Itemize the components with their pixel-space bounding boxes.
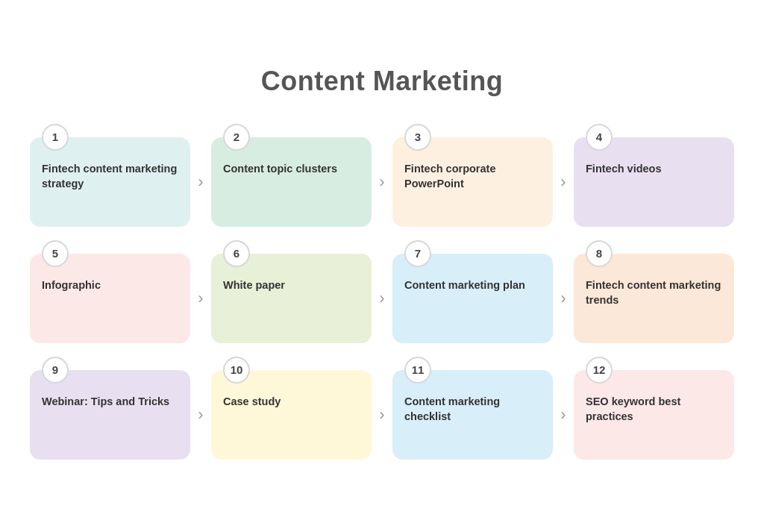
card-number-1: 1 (42, 124, 69, 151)
arrow-3: › (553, 137, 574, 227)
card-number-11: 11 (404, 357, 431, 384)
card-number-6: 6 (223, 240, 250, 267)
card-label-8: Fintech content marketing trends (586, 278, 722, 308)
card-number-7: 7 (404, 240, 431, 267)
arrow-9: › (190, 370, 211, 460)
arrow-5: › (190, 254, 211, 343)
card-label-9: Webinar: Tips and Tricks (42, 394, 178, 409)
card-number-12: 12 (586, 357, 613, 384)
card-10: 10Case study (211, 370, 372, 460)
card-4: 4Fintech videos (574, 137, 734, 227)
arrow-7: › (553, 254, 574, 343)
card-number-3: 3 (404, 124, 431, 151)
cell-wrapper-10: 10Case study (211, 357, 372, 460)
page-title: Content Marketing (30, 66, 734, 97)
cell-wrapper-5: 5Infographic (30, 240, 190, 343)
cell-wrapper-7: 7Content marketing plan (392, 240, 553, 343)
card-5: 5Infographic (30, 254, 190, 343)
card-label-5: Infographic (42, 278, 178, 292)
card-label-3: Fintech corporate PowerPoint (404, 161, 541, 192)
card-label-6: White paper (223, 278, 360, 292)
card-6: 6White paper (211, 254, 372, 343)
card-number-8: 8 (586, 240, 613, 267)
card-number-4: 4 (586, 124, 613, 151)
card-number-5: 5 (42, 240, 69, 267)
cell-wrapper-9: 9Webinar: Tips and Tricks (30, 357, 190, 460)
arrow-6: › (372, 254, 392, 343)
cell-wrapper-12: 12SEO keyword best practices (574, 357, 734, 460)
cell-wrapper-4: 4Fintech videos (574, 124, 734, 227)
cell-wrapper-3: 3Fintech corporate PowerPoint (392, 124, 553, 227)
card-8: 8Fintech content marketing trends (574, 254, 734, 343)
grid-container: 1Fintech content marketing strategy›2Con… (30, 124, 734, 460)
card-number-10: 10 (223, 357, 250, 384)
arrow-1: › (190, 137, 211, 227)
card-12: 12SEO keyword best practices (574, 370, 734, 460)
arrow-2: › (372, 137, 392, 227)
cell-wrapper-2: 2Content topic clusters (211, 124, 372, 227)
card-label-12: SEO keyword best practices (586, 394, 722, 425)
card-label-4: Fintech videos (586, 161, 722, 176)
card-9: 9Webinar: Tips and Tricks (30, 370, 190, 460)
arrow-10: › (372, 370, 392, 460)
card-label-11: Content marketing checklist (404, 394, 541, 425)
card-label-2: Content topic clusters (223, 161, 360, 176)
card-label-1: Fintech content marketing strategy (42, 161, 178, 192)
card-label-7: Content marketing plan (404, 278, 541, 292)
grid-row-3: 9Webinar: Tips and Tricks›10Case study›1… (30, 357, 734, 460)
grid-row-1: 1Fintech content marketing strategy›2Con… (30, 124, 734, 227)
grid-row-2: 5Infographic›6White paper›7Content marke… (30, 240, 734, 343)
card-number-2: 2 (223, 124, 250, 151)
card-2: 2Content topic clusters (211, 137, 372, 227)
card-7: 7Content marketing plan (392, 254, 553, 343)
arrow-11: › (553, 370, 574, 460)
card-3: 3Fintech corporate PowerPoint (392, 137, 553, 227)
cell-wrapper-8: 8Fintech content marketing trends (574, 240, 734, 343)
card-11: 11Content marketing checklist (392, 370, 553, 460)
page-wrapper: Content Marketing 1Fintech content marke… (0, 43, 764, 489)
card-number-9: 9 (42, 357, 69, 384)
cell-wrapper-6: 6White paper (211, 240, 372, 343)
cell-wrapper-11: 11Content marketing checklist (392, 357, 553, 460)
cell-wrapper-1: 1Fintech content marketing strategy (30, 124, 190, 227)
card-1: 1Fintech content marketing strategy (30, 137, 190, 227)
card-label-10: Case study (223, 394, 360, 409)
